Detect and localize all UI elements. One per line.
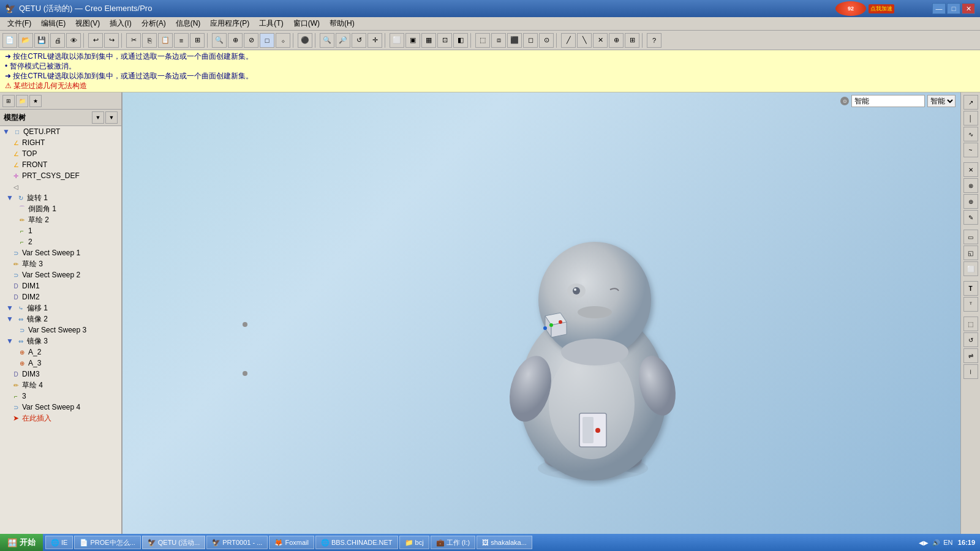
tb-view3[interactable]: ▦ [421,33,436,48]
taskbar-qetu[interactable]: 🦅 QETU (活动... [142,536,205,549]
tree-item-top[interactable]: ∠ TOP [0,148,121,159]
tb-line2[interactable]: ╲ [577,33,592,48]
tree-item-sketch4[interactable]: ✏ 草绘 4 [0,380,121,391]
tree-item-insert-here[interactable]: ➤ 在此插入 [0,413,121,424]
tree-item-sketch2[interactable]: ✏ 草绘 2 [0,214,121,225]
tree-item-2[interactable]: ⌐ 2 [0,236,121,247]
tb-zoom-out[interactable]: 🔎 [336,33,350,48]
tree-item-dim2[interactable]: D DIM2 [0,291,121,302]
right-btn-box[interactable]: ⬚ [963,317,978,331]
tb-view5[interactable]: ◧ [453,33,468,48]
panel-folder-icon[interactable]: 📁 [16,95,28,107]
tb-line1[interactable]: ╱ [561,33,576,48]
tb-view2[interactable]: ▣ [405,33,420,48]
tb-line4[interactable]: ⊕ [609,33,624,48]
tb-select2[interactable]: ⬦ [276,33,290,48]
menu-view[interactable]: 视图(V) [70,17,105,30]
right-btn-edit[interactable]: ✎ [963,210,978,225]
tb-sphere[interactable]: ⚫ [298,33,312,48]
tb-view4[interactable]: ⊡ [437,33,452,48]
taskbar-prt0001[interactable]: 🦅 PRT0001 - ... [206,536,268,549]
tree-item-revolve1[interactable]: ▼ ↻ 旋转 1 [0,192,121,203]
tree-item-mirror3[interactable]: ▼ ⇔ 镜像 3 [0,335,121,347]
tb-filter[interactable]: ⊘ [244,33,258,48]
tb-find[interactable]: ⊕ [228,33,243,48]
tb-print[interactable]: 🖨 [50,33,65,48]
right-btn-link[interactable]: ⇌ [963,348,978,363]
tree-item-3[interactable]: ⌐ 3 [0,391,121,402]
smart-input[interactable] [851,95,925,107]
tree-item-csys[interactable]: ✛ PRT_CSYS_DEF [0,170,121,181]
tree-item-sketch3[interactable]: ✏ 草绘 3 [0,258,121,269]
tb-view1[interactable]: ⬜ [390,33,404,48]
minimize-button[interactable]: — [932,3,946,14]
tree-item-var-sect-sweep4[interactable]: ⊃ Var Sect Sweep 4 [0,402,121,413]
tb-open[interactable]: 📂 [18,33,33,48]
tb-save[interactable]: 💾 [34,33,49,48]
tree-item-sketch-placeholder[interactable]: ◁ [0,181,121,192]
menu-analysis[interactable]: 分析(A) [137,17,171,30]
viewport[interactable]: ⊙ 智能 [123,92,960,551]
tree-item-var-sect-sweep1[interactable]: ⊃ Var Sect Sweep 1 [0,247,121,258]
tree-item-var-sect-sweep3[interactable]: ⊃ Var Sect Sweep 3 [0,324,121,335]
right-btn-line2[interactable]: ⁞ [963,364,978,379]
taskbar-proe-help[interactable]: 📄 PROE中怎么... [74,536,140,549]
taskbar-work-drive[interactable]: 💼 工作 (I:) [431,536,476,549]
panel-settings-icon[interactable]: ▼ [92,111,104,124]
start-button[interactable]: 🪟 开始 [0,534,43,551]
right-btn-rect2[interactable]: ◱ [963,246,978,260]
smart-dropdown[interactable]: 智能 [927,95,956,107]
maximize-button[interactable]: □ [947,3,960,14]
tb-box5[interactable]: ⊙ [539,33,554,48]
tree-item-a2[interactable]: ⊕ A_2 [0,347,121,358]
right-btn-line[interactable]: │ [963,111,978,126]
tree-item-dim1[interactable]: D DIM1 [0,280,121,291]
tb-box3[interactable]: ⬛ [507,33,522,48]
panel-star-icon[interactable]: ★ [29,95,42,107]
tb-cut[interactable]: ✂ [126,33,141,48]
menu-info[interactable]: 信息(N) [171,17,206,30]
tree-item-var-sect-sweep2[interactable]: ⊃ Var Sect Sweep 2 [0,269,121,280]
right-btn-curve[interactable]: ∿ [963,127,978,141]
taskbar-foxmail[interactable]: 🦊 Foxmail [269,536,314,549]
tb-pan[interactable]: ✛ [368,33,382,48]
tb-box2[interactable]: ⧈ [491,33,506,48]
right-btn-x[interactable]: ✕ [963,162,978,177]
tree-item-front[interactable]: ∠ FRONT [0,159,121,170]
right-btn-rect1[interactable]: ▭ [963,230,978,244]
tb-zoom-in[interactable]: 🔍 [320,33,334,48]
tb-rotate[interactable]: ↺ [352,33,366,48]
tb-format[interactable]: ≡ [174,33,189,48]
panel-options-icon[interactable]: ▼ [105,111,118,124]
tb-new[interactable]: 📄 [2,33,17,48]
menu-edit[interactable]: 编辑(E) [36,17,70,30]
tree-item-dim3[interactable]: D DIM3 [0,369,121,380]
taskbar-ie[interactable]: 🌐 IE [45,536,73,549]
menu-window[interactable]: 窗口(W) [288,17,325,30]
tb-redo[interactable]: ↪ [104,33,119,48]
tree-item-mirror2[interactable]: ▼ ⇔ 镜像 2 [0,313,121,324]
right-btn-T[interactable]: T [963,281,978,296]
tree-item-fillet1[interactable]: ⌒ 倒圆角 1 [0,203,121,214]
menu-help[interactable]: 帮助(H) [325,17,360,30]
tb-box1[interactable]: ⬚ [475,33,490,48]
tb-box4[interactable]: ◻ [523,33,538,48]
tree-item-1[interactable]: ⌐ 1 [0,225,121,236]
menu-insert[interactable]: 插入(I) [105,17,136,30]
tb-copy[interactable]: ⎘ [142,33,157,48]
menu-apps[interactable]: 应用程序(P) [205,17,254,30]
right-btn-wave[interactable]: ~ [963,143,978,157]
tb-paste[interactable]: 📋 [158,33,173,48]
tree-item-right[interactable]: ∠ RIGHT [0,137,121,148]
close-button[interactable]: ✕ [962,3,975,14]
taskbar-shakalaka[interactable]: 🖼 shakalaka... [477,536,532,549]
tree-item-offset1[interactable]: ▼ ⤷ 偏移 1 [0,302,121,313]
tb-preview[interactable]: 👁 [66,33,81,48]
tb-select[interactable]: □ [260,33,274,48]
tree-item-qetu-prt[interactable]: ▼ □ QETU.PRT [0,126,121,137]
menu-file[interactable]: 文件(F) [2,17,36,30]
taskbar-bcj[interactable]: 📁 bcj [399,536,429,549]
right-btn-T2[interactable]: ᵀ [963,297,978,312]
tb-line3[interactable]: ✕ [593,33,608,48]
tb-help[interactable]: ? [647,33,662,48]
